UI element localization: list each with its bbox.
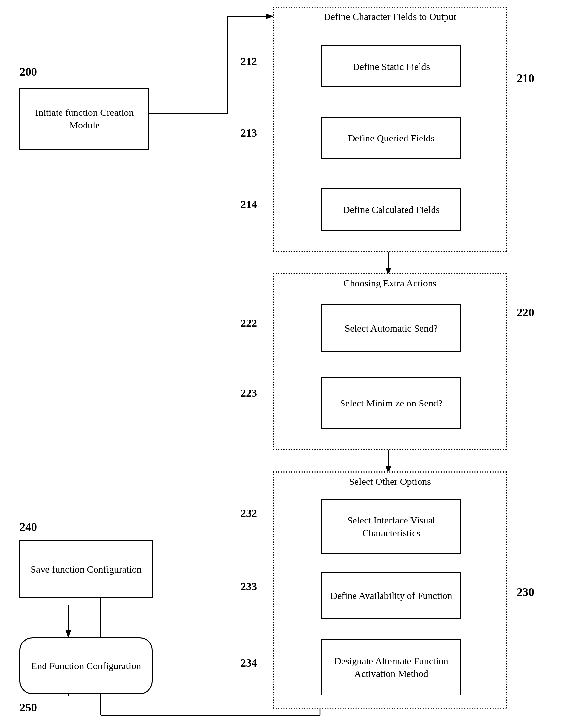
initiate-label: Initiate function Creation Module (23, 106, 146, 131)
step232-label: Select Interface Visual Characteristics (325, 514, 458, 539)
step232-box: Select Interface Visual Characteristics (321, 499, 461, 554)
label-210: 210 (517, 72, 534, 85)
initiate-box: Initiate function Creation Module (20, 88, 149, 150)
step212-label: Define Static Fields (353, 60, 430, 73)
group3-title: Select Other Options (274, 476, 506, 487)
label-234: 234 (241, 657, 257, 669)
step222-label: Select Automatic Send? (345, 322, 438, 335)
label-250: 250 (20, 701, 37, 714)
step223-box: Select Minimize on Send? (321, 377, 461, 429)
label-222: 222 (241, 317, 257, 329)
save-label: Save function Configuration (31, 563, 142, 575)
label-232: 232 (241, 507, 257, 520)
step233-box: Define Availability of Function (321, 572, 461, 619)
step234-label: Designate Alternate Function Activation … (325, 654, 458, 680)
label-212: 212 (241, 55, 257, 68)
label-220: 220 (517, 306, 534, 319)
label-223: 223 (241, 387, 257, 399)
label-240: 240 (20, 520, 37, 534)
step222-box: Select Automatic Send? (321, 304, 461, 353)
diagram: 200 Initiate function Creation Module De… (0, 0, 581, 728)
step214-box: Define Calculated Fields (321, 188, 461, 231)
label-200: 200 (20, 65, 37, 79)
label-230: 230 (517, 585, 534, 599)
group2-title: Choosing Extra Actions (274, 278, 506, 289)
group1-title: Define Character Fields to Output (274, 11, 506, 22)
label-214: 214 (241, 198, 257, 211)
step234-box: Designate Alternate Function Activation … (321, 639, 461, 696)
step233-label: Define Availability of Function (330, 589, 452, 602)
label-213: 213 (241, 127, 257, 139)
step212-box: Define Static Fields (321, 45, 461, 87)
end-box: End Function Configuration (20, 637, 153, 694)
group1-container: Define Character Fields to Output Define… (273, 6, 507, 252)
group3-container: Select Other Options Select Interface Vi… (273, 471, 507, 709)
step213-box: Define Queried Fields (321, 117, 461, 159)
save-box: Save function Configuration (20, 540, 153, 598)
step214-label: Define Calculated Fields (343, 203, 440, 216)
step223-label: Select Minimize on Send? (340, 397, 443, 409)
step213-label: Define Queried Fields (348, 132, 435, 145)
end-label: End Function Configuration (31, 659, 141, 672)
label-233: 233 (241, 580, 257, 593)
group2-container: Choosing Extra Actions Select Automatic … (273, 273, 507, 450)
